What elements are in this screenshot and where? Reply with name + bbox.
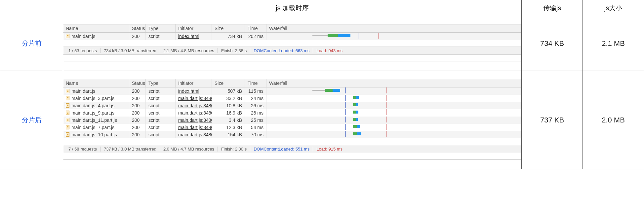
request-time: 54 ms	[245, 124, 266, 131]
col-header-rowlabel	[0, 0, 63, 16]
file-icon	[66, 96, 69, 100]
waterfall-load-line	[386, 102, 386, 108]
network-row[interactable]: main.dart.js_11.part.js200scriptmain.dar…	[63, 117, 521, 124]
waterfall-waiting-bar	[353, 103, 356, 106]
request-name-text: main.dart.js_11.part.js	[71, 118, 117, 123]
request-name[interactable]: main.dart.js_7.part.js	[63, 124, 129, 131]
network-footer: 1 / 53 requests 734 kB / 3.0 MB transfer…	[63, 47, 521, 55]
request-name[interactable]: main.dart.js_3.part.js	[63, 95, 129, 102]
footer-finish: Finish: 2.30 s	[218, 147, 250, 152]
request-initiator[interactable]: index.html	[176, 33, 212, 40]
request-type: script	[146, 102, 176, 109]
request-initiator[interactable]: index.html	[176, 87, 212, 95]
request-name[interactable]: main.dart.js_10.part.js	[63, 131, 129, 138]
file-icon	[66, 34, 69, 38]
waterfall-dcl-line	[358, 33, 358, 39]
request-size: 3.4 kB	[212, 117, 245, 124]
col-name[interactable]: Name	[63, 24, 129, 32]
waterfall-waiting-bar	[353, 111, 356, 114]
col-size[interactable]: Size	[212, 79, 245, 87]
request-name-text: main.dart.js_7.part.js	[71, 125, 114, 130]
waterfall-queued-bar	[312, 90, 325, 91]
request-type: script	[146, 124, 176, 131]
col-time[interactable]: Time	[245, 24, 266, 32]
file-icon	[66, 125, 69, 129]
empty-row	[63, 138, 521, 145]
request-name-text: main.dart.js	[71, 88, 95, 94]
request-type: script	[146, 109, 176, 117]
network-header[interactable]: Name Status Type Initiator Size Time Wat…	[63, 24, 521, 33]
tail-row	[63, 153, 521, 160]
request-initiator[interactable]: main.dart.js:3480	[176, 131, 212, 138]
request-name-text: main.dart.js	[71, 34, 95, 39]
waterfall-dcl-line	[345, 131, 346, 137]
request-waterfall	[266, 33, 521, 39]
network-table: Name Status Type Initiator Size Time Wat…	[63, 79, 521, 160]
request-status: 200	[129, 109, 146, 117]
waterfall-waiting-bar	[353, 125, 357, 128]
waterfall-dcl-line	[345, 87, 346, 93]
col-waterfall[interactable]: Waterfall	[266, 79, 521, 87]
col-status[interactable]: Status	[129, 24, 146, 32]
request-status: 200	[129, 102, 146, 109]
request-time: 26 ms	[245, 102, 266, 109]
request-type: script	[146, 33, 176, 40]
request-time: 70 ms	[245, 131, 266, 138]
request-time: 26 ms	[245, 109, 266, 117]
request-name[interactable]: main.dart.js_9.part.js	[63, 109, 129, 117]
footer-requests: 7 / 58 requests	[65, 147, 101, 152]
request-initiator[interactable]: main.dart.js:3480	[176, 117, 212, 124]
file-icon	[66, 132, 69, 137]
network-header[interactable]: Name Status Type Initiator Size Time Wat…	[63, 79, 521, 87]
request-waterfall	[266, 124, 521, 130]
network-table: Name Status Type Initiator Size Time Wat…	[63, 24, 521, 61]
request-initiator[interactable]: main.dart.js:3480	[176, 102, 212, 109]
request-name[interactable]: main.dart.js_4.part.js	[63, 102, 129, 109]
network-row[interactable]: main.dart.js_9.part.js200scriptmain.dart…	[63, 109, 521, 117]
col-status[interactable]: Status	[129, 79, 146, 87]
waterfall-download-bar	[357, 132, 361, 135]
request-initiator[interactable]: main.dart.js:3480	[176, 109, 212, 117]
col-initiator[interactable]: Initiator	[176, 24, 212, 32]
col-size[interactable]: Size	[212, 24, 245, 32]
request-status: 200	[129, 131, 146, 138]
row-label-after: 分片后	[0, 71, 63, 169]
col-type[interactable]: Type	[146, 24, 176, 32]
footer-resources: 2.0 MB / 4.7 MB resources	[160, 147, 218, 152]
request-size: 33.2 kB	[212, 95, 245, 102]
waterfall-dcl-line	[345, 102, 346, 108]
footer-resources: 2.1 MB / 4.8 MB resources	[160, 48, 218, 53]
waterfall-waiting-bar	[353, 96, 356, 99]
col-time[interactable]: Time	[245, 79, 266, 87]
request-size: 16.9 kB	[212, 109, 245, 117]
waterfall-dcl-line	[345, 117, 346, 122]
network-row[interactable]: main.dart.js_10.part.js200scriptmain.dar…	[63, 131, 521, 138]
network-row[interactable]: main.dart.js_7.part.js200scriptmain.dart…	[63, 124, 521, 131]
request-status: 200	[129, 33, 146, 40]
col-initiator[interactable]: Initiator	[176, 79, 212, 87]
file-icon	[66, 103, 69, 108]
network-row[interactable]: main.dart.js_4.part.js200scriptmain.dart…	[63, 102, 521, 109]
network-row[interactable]: main.dart.js200scriptindex.html734 kB202…	[63, 33, 521, 40]
tail-row	[63, 55, 521, 61]
col-waterfall[interactable]: Waterfall	[266, 24, 521, 32]
request-name[interactable]: main.dart.js	[63, 87, 129, 95]
footer-domcontentloaded: DOMContentLoaded: 663 ms	[250, 48, 313, 53]
col-type[interactable]: Type	[146, 79, 176, 87]
before-transfer-value: 734 KB	[522, 16, 583, 71]
col-name[interactable]: Name	[63, 79, 129, 87]
request-initiator[interactable]: main.dart.js:3480	[176, 124, 212, 131]
waterfall-download-bar	[338, 34, 351, 37]
footer-transferred: 737 kB / 3.0 MB transferred	[101, 147, 160, 152]
request-status: 200	[129, 87, 146, 95]
network-row[interactable]: main.dart.js200scriptindex.html507 kB115…	[63, 87, 521, 95]
network-row[interactable]: main.dart.js_3.part.js200scriptmain.dart…	[63, 95, 521, 102]
waterfall-dcl-line	[345, 109, 346, 115]
request-name[interactable]: main.dart.js	[63, 33, 129, 40]
request-waterfall	[266, 117, 521, 122]
request-initiator[interactable]: main.dart.js:3480	[176, 95, 212, 102]
request-size: 734 kB	[212, 33, 245, 40]
request-name-text: main.dart.js_10.part.js	[71, 132, 117, 137]
request-waterfall	[266, 109, 521, 115]
request-name[interactable]: main.dart.js_11.part.js	[63, 117, 129, 124]
